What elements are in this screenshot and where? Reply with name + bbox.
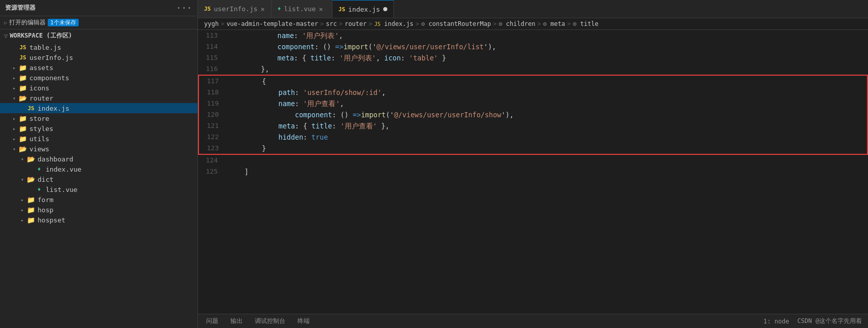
bottom-tab-输出[interactable]: 输出: [228, 314, 245, 329]
line-number: 121: [199, 120, 227, 132]
tree-chevron: ▸: [10, 114, 18, 122]
js-icon: JS: [18, 43, 27, 51]
tree-chevron: ▸: [18, 216, 26, 224]
close-icon[interactable]: ×: [319, 5, 323, 13]
tree-item-label: components: [29, 74, 69, 82]
open-editors-section[interactable]: ▷ 打开的编辑器 1个未保存: [0, 16, 197, 29]
breadcrumb-prop-item: ⚙ meta: [543, 20, 565, 27]
tree-item-styles[interactable]: ▸ 📁 styles: [0, 123, 197, 134]
code-line: 119 name: '用户查看',: [199, 98, 867, 109]
chevron-right-icon: ▷: [4, 20, 7, 25]
folder-icon: 📁: [18, 114, 27, 122]
line-content: component: () =>import('@/views/user/use…: [226, 41, 868, 52]
tree-item-index-vue[interactable]: ♦ index.vue: [0, 164, 197, 174]
code-line: 121 meta: { title: '用户查看' },: [199, 120, 867, 132]
open-editors-label: 打开的编辑器: [9, 18, 46, 27]
sidebar-more-icon[interactable]: ···: [176, 3, 192, 13]
main-area: JSuserInfo.js×♦list.vue×JSindex.js yygh>…: [198, 0, 868, 328]
line-number: 114: [198, 41, 226, 52]
tree-item-label: hospset: [38, 216, 65, 224]
code-line: 116 },: [198, 63, 868, 75]
tree-item-dict[interactable]: ▾ 📂 dict: [0, 174, 197, 184]
tab-list-tab[interactable]: ♦list.vue×: [272, 0, 332, 18]
tree-chevron: [18, 104, 26, 112]
tree-item-label: hosp: [38, 206, 53, 214]
tree-item-list-vue[interactable]: ♦ list.vue: [0, 184, 197, 194]
workspace-title: WORKSPACE (工作区): [10, 31, 72, 40]
breadcrumb-text-item: vue-admin-template-master: [226, 20, 318, 27]
tree-item-userInfo-js[interactable]: JS userInfo.js: [0, 52, 197, 62]
code-line: 115 meta: { title: '用户列表', icon: 'table'…: [198, 52, 868, 63]
line-content: name: '用户列表',: [226, 30, 868, 41]
folder-open-icon: 📂: [26, 155, 36, 163]
tree-chevron: ▸: [10, 74, 18, 82]
breadcrumb-separator: >: [493, 20, 496, 27]
js-tab-icon: JS: [204, 6, 211, 12]
tree-item-components[interactable]: ▸ 📁 components: [0, 73, 197, 83]
folder-icon: 📁: [26, 206, 36, 214]
breadcrumb-text-item: yygh: [204, 20, 219, 27]
tree-chevron: ▸: [10, 63, 18, 72]
tree-item-label: assets: [29, 64, 53, 72]
status-node: 1: node: [763, 318, 789, 325]
code-line: 125 ]: [198, 166, 868, 177]
tree-item-hosp[interactable]: ▸ 📁 hosp: [0, 205, 197, 215]
line-content: }: [227, 143, 867, 154]
line-number: 124: [198, 155, 226, 166]
line-number: 117: [199, 76, 227, 87]
bottom-tab-问题[interactable]: 问题: [204, 314, 220, 329]
folder-open-icon: 📂: [26, 175, 36, 183]
breadcrumb-separator: >: [416, 20, 419, 27]
code-editor[interactable]: 113 name: '用户列表',114 component: () =>imp…: [198, 30, 868, 314]
tree-item-dashboard[interactable]: ▾ 📂 dashboard: [0, 154, 197, 164]
tree-item-table-js[interactable]: JS table.js: [0, 42, 197, 52]
line-content: ]: [226, 166, 868, 177]
vue-tab-icon: ♦: [278, 6, 281, 12]
tree-item-label: icons: [29, 84, 49, 92]
bottom-tabs: 问题输出调试控制台终端: [204, 314, 312, 329]
tree-item-label: userInfo.js: [29, 54, 73, 61]
tree-item-utils[interactable]: ▸ 📁 utils: [0, 134, 197, 144]
tree-item-label: dashboard: [38, 155, 73, 163]
tree-chevron: [26, 185, 35, 193]
unsaved-badge: 1个未保存: [48, 19, 79, 26]
tree-chevron: [26, 165, 35, 173]
folder-icon: 📁: [18, 135, 27, 143]
tree-item-label: index.vue: [46, 166, 81, 173]
code-line: 124: [198, 155, 868, 166]
tab-label: index.js: [348, 6, 380, 13]
tree-item-router[interactable]: ▾ 📂 router: [0, 93, 197, 103]
tree-chevron: ▾: [10, 94, 18, 102]
breadcrumb-prop-item: ⚙ children: [498, 20, 535, 27]
bottom-tab-终端[interactable]: 终端: [295, 314, 312, 329]
line-content: {: [227, 76, 867, 87]
file-tree: JS table.js JS userInfo.js ▸ 📁 assets ▸ …: [0, 42, 197, 328]
tree-chevron: ▸: [10, 84, 18, 92]
line-number: 119: [199, 98, 227, 109]
tab-index-tab[interactable]: JSindex.js: [332, 0, 394, 18]
sidebar-header: 资源管理器 ···: [0, 0, 197, 16]
breadcrumb-js-item: JS index.js: [375, 20, 414, 27]
line-content: },: [226, 63, 868, 75]
breadcrumb-separator: >: [320, 20, 324, 27]
tree-chevron: ▾: [18, 155, 26, 163]
tree-item-label: list.vue: [46, 186, 78, 193]
prop-breadcrumb-icon: ⚙: [543, 20, 547, 27]
folder-icon: 📁: [18, 124, 27, 133]
breadcrumb-separator: >: [369, 20, 372, 27]
tree-item-icons[interactable]: ▸ 📁 icons: [0, 83, 197, 93]
tree-chevron: ▾: [10, 145, 18, 153]
tree-item-assets[interactable]: ▸ 📁 assets: [0, 62, 197, 73]
bottom-tab-调试控制台[interactable]: 调试控制台: [253, 314, 287, 329]
tree-item-label: form: [38, 196, 53, 204]
folder-open-icon: 📂: [18, 94, 27, 102]
line-number: 115: [198, 52, 226, 63]
close-icon[interactable]: ×: [260, 5, 264, 13]
code-line: 120 component: () =>import('@/views/user…: [199, 109, 867, 120]
tree-item-store[interactable]: ▸ 📁 store: [0, 113, 197, 123]
tree-item-views[interactable]: ▾ 📂 views: [0, 144, 197, 154]
tree-item-index-js[interactable]: JS index.js: [0, 103, 197, 113]
tree-item-form[interactable]: ▸ 📁 form: [0, 194, 197, 205]
tab-userInfo-tab[interactable]: JSuserInfo.js×: [198, 0, 272, 18]
tree-item-hospset[interactable]: ▸ 📁 hospset: [0, 215, 197, 225]
